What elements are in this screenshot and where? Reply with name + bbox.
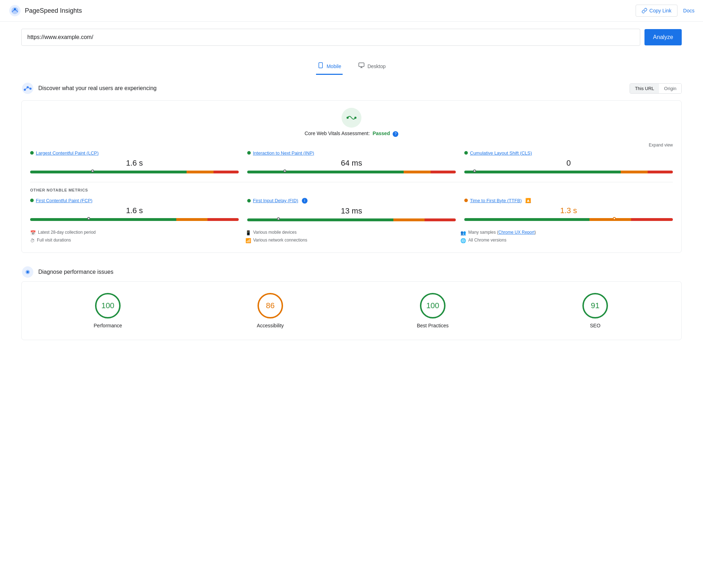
cwv-card: Core Web Vitals Assessment: Passed ? Exp… — [21, 100, 682, 253]
fcp-bar-bg — [30, 218, 239, 221]
metric-lcp-label[interactable]: Largest Contentful Paint (LCP) — [30, 150, 239, 156]
cwv-help-icon[interactable]: ? — [393, 131, 398, 137]
score-seo: 91 SEO — [582, 293, 608, 328]
globe-icon: 🌐 — [460, 238, 466, 243]
fid-bar — [247, 218, 456, 221]
note-28day-text: Latest 28-day collection period — [38, 230, 96, 235]
ttfb-value: 1.3 s — [464, 206, 673, 215]
accessibility-value: 86 — [266, 301, 275, 310]
copy-link-button[interactable]: Copy Link — [636, 5, 677, 17]
note-samples: 👥 Many samples (Chrome UX Report) — [460, 230, 673, 235]
docs-link[interactable]: Docs — [683, 8, 694, 13]
cwv-assessment-label: Core Web Vitals Assessment: — [305, 131, 370, 136]
metric-ttfb-label[interactable]: Time to First Byte (TTFB) 🔼 — [464, 198, 673, 203]
best-practices-label: Best Practices — [417, 323, 448, 328]
metric-fid-label[interactable]: First Input Delay (FID) i — [247, 198, 456, 204]
ttfb-bar-red — [631, 218, 673, 221]
svg-point-2 — [14, 8, 16, 10]
other-metrics-grid: First Contentful Paint (FCP) 1.6 s First… — [30, 198, 673, 223]
lcp-value: 1.6 s — [30, 159, 239, 168]
fcp-value: 1.6 s — [30, 206, 239, 215]
fcp-bar-red — [207, 218, 239, 221]
cls-status-dot — [464, 151, 468, 155]
ttfb-bar-green — [464, 218, 589, 221]
fcp-marker — [87, 217, 90, 220]
fid-bar-yellow — [393, 218, 425, 221]
tab-mobile[interactable]: Mobile — [316, 59, 343, 75]
notes-col1: 📅 Latest 28-day collection period ⏱ Full… — [30, 230, 243, 245]
this-url-button[interactable]: This URL — [630, 84, 659, 93]
score-best-practices: 100 Best Practices — [417, 293, 448, 328]
inp-label-text: Interaction to Next Paint (INP) — [253, 150, 314, 156]
search-section: Analyze — [0, 22, 703, 53]
origin-button[interactable]: Origin — [659, 84, 681, 93]
metric-fid: First Input Delay (FID) i 13 ms — [247, 198, 456, 223]
seo-value: 91 — [591, 301, 599, 310]
notes-col3: 👥 Many samples (Chrome UX Report) 🌐 All … — [460, 230, 673, 245]
cls-marker — [473, 170, 476, 172]
timer-icon: ⏱ — [30, 238, 35, 243]
inp-bar-green — [247, 171, 404, 173]
inp-bar-red — [431, 171, 456, 173]
header: PageSpeed Insights Copy Link Docs — [0, 0, 703, 22]
metric-inp-label[interactable]: Interaction to Next Paint (INP) — [247, 150, 456, 156]
divider — [30, 182, 673, 182]
fid-bar-red — [425, 218, 456, 221]
diagnose-title: Diagnose performance issues — [38, 269, 114, 275]
desktop-icon — [358, 62, 365, 70]
expand-view[interactable]: Expand view — [30, 143, 673, 148]
url-input[interactable] — [21, 29, 640, 46]
inp-bar-bg — [247, 171, 456, 173]
metric-cls-label[interactable]: Cumulative Layout Shift (CLS) — [464, 150, 673, 156]
lcp-label-text: Largest Contentful Paint (LCP) — [36, 150, 99, 156]
cwv-vitals-icon — [346, 112, 357, 123]
best-practices-circle: 100 — [420, 293, 445, 318]
lcp-status-dot — [30, 151, 34, 155]
analyze-button[interactable]: Analyze — [644, 29, 682, 45]
tab-bar: Mobile Desktop — [0, 59, 703, 75]
diagnose-icon — [21, 266, 34, 278]
mobile-devices-icon: 📱 — [245, 230, 251, 235]
footer-notes: 📅 Latest 28-day collection period ⏱ Full… — [30, 230, 673, 245]
cls-bar — [464, 171, 673, 173]
note-network-text: Various network connections — [253, 238, 308, 243]
app-title: PageSpeed Insights — [25, 7, 82, 15]
note-full-visit: ⏱ Full visit durations — [30, 238, 243, 243]
search-row: Analyze — [21, 29, 682, 46]
inp-marker — [283, 170, 286, 172]
chrome-ux-link[interactable]: Chrome UX Report — [498, 230, 535, 235]
tab-desktop-label: Desktop — [367, 63, 386, 69]
cls-bar-yellow — [621, 171, 648, 173]
header-left: PageSpeed Insights — [9, 4, 82, 17]
fid-info-icon[interactable]: i — [302, 198, 308, 204]
fid-label-text: First Input Delay (FID) — [253, 198, 298, 203]
cls-label-text: Cumulative Layout Shift (CLS) — [470, 150, 532, 156]
ttfb-bar — [464, 218, 673, 221]
metric-ttfb: Time to First Byte (TTFB) 🔼 1.3 s — [464, 198, 673, 223]
tab-desktop[interactable]: Desktop — [357, 59, 387, 75]
lcp-bar — [30, 171, 239, 173]
cls-bar-bg — [464, 171, 673, 173]
inp-status-dot — [247, 151, 251, 155]
cls-bar-green — [464, 171, 621, 173]
seo-circle: 91 — [582, 293, 608, 318]
performance-label: Performance — [94, 323, 122, 328]
lcp-bar-bg — [30, 171, 239, 173]
tab-mobile-label: Mobile — [327, 63, 341, 69]
ttfb-label-text: Time to First Byte (TTFB) — [470, 198, 522, 203]
header-right: Copy Link Docs — [636, 5, 694, 17]
inp-bar-yellow — [404, 171, 431, 173]
lcp-bar-red — [214, 171, 239, 173]
ttfb-bar-yellow — [589, 218, 631, 221]
section-title-row: Discover what your real users are experi… — [21, 82, 156, 95]
ttfb-warning-icon: 🔼 — [525, 198, 531, 203]
other-metrics-label: OTHER NOTABLE METRICS — [30, 188, 673, 192]
scores-card: 100 Performance 86 Accessibility 100 Bes… — [21, 281, 682, 340]
pagespeed-logo — [9, 4, 21, 17]
metric-fcp-label[interactable]: First Contentful Paint (FCP) — [30, 198, 239, 203]
fcp-label-text: First Contentful Paint (FCP) — [36, 198, 93, 203]
cls-bar-red — [648, 171, 673, 173]
fid-value: 13 ms — [247, 206, 456, 216]
note-mobile-text: Various mobile devices — [253, 230, 297, 235]
performance-circle: 100 — [95, 293, 121, 318]
